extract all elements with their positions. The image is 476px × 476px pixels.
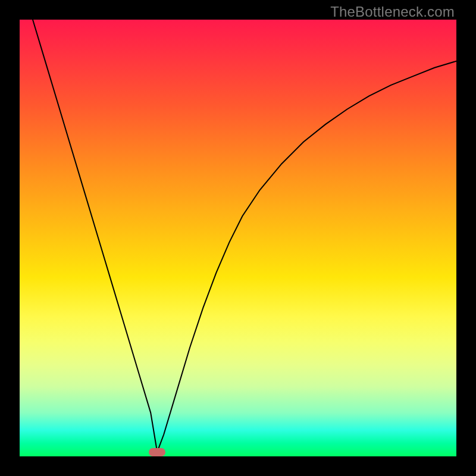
curve-svg: [20, 20, 456, 456]
optimum-marker: [149, 448, 165, 456]
bottleneck-curve: [20, 0, 456, 452]
watermark-text: TheBottleneck.com: [330, 4, 455, 20]
plot-area: [20, 20, 456, 456]
chart-frame: TheBottleneck.com: [0, 0, 476, 476]
